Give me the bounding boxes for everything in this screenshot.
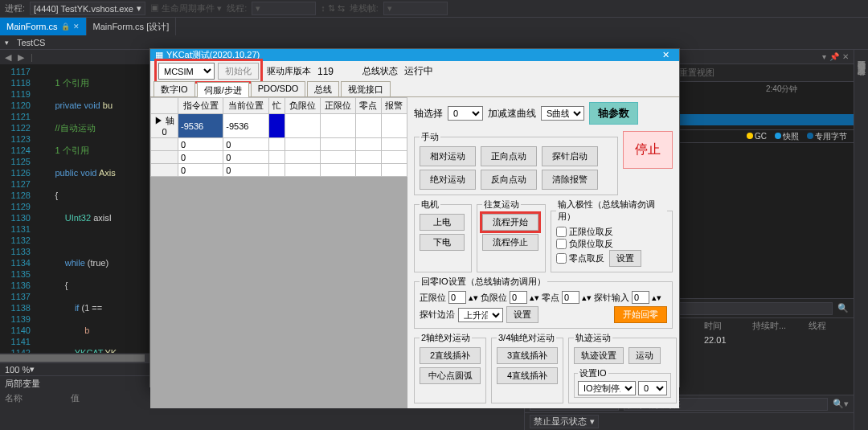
bus-status: 运行中	[404, 64, 433, 78]
bus-status-label: 总线状态	[362, 65, 398, 77]
polarity-legend: 输入极性（总线轴请勿调用）	[556, 199, 667, 223]
testcs-tab[interactable]: TestCS	[12, 38, 50, 47]
legend-gc: GC	[755, 132, 767, 141]
axis-param-button[interactable]: 轴参数	[589, 102, 638, 125]
table-row[interactable]: 00	[151, 164, 407, 177]
debug-toolbar: 进程: [4440] TestYK.vshost.exe ▾ ▣ 生命周期事件 …	[0, 0, 868, 18]
search-icon[interactable]: 🔍▾	[833, 399, 849, 409]
tab-mainform-cs[interactable]: MainForm.cs 🔒 ✕	[0, 18, 87, 35]
polarity-set-button[interactable]: 设置	[609, 250, 641, 267]
app-icon: ▦	[155, 50, 163, 60]
legend-snapshot: 快照	[783, 132, 799, 141]
home-set-button[interactable]: 设置	[506, 306, 538, 323]
traj-set-button[interactable]: 轨迹设置	[574, 347, 624, 364]
line3-button[interactable]: 3直线插补	[497, 347, 558, 364]
abs34-legend: 3/4轴绝对运动	[497, 332, 556, 344]
document-tabs: MainForm.cs 🔒 ✕ MainForm.cs [设计]	[0, 18, 868, 35]
tab-servo[interactable]: 伺服/步进	[197, 82, 249, 97]
stop-button[interactable]: 停止	[623, 131, 673, 169]
home-start-button[interactable]: 开始回零	[614, 306, 667, 323]
probe-edge-select[interactable]: 上升沿	[458, 308, 503, 322]
clear-alarm-button[interactable]: 清除报警	[542, 170, 598, 190]
dialog-title: YKCat测试(2020.10.27)	[166, 49, 260, 61]
jog-rev-button[interactable]: 反向点动	[481, 170, 537, 190]
chevron-down-icon: ▾	[387, 3, 392, 14]
flow-stop-button[interactable]: 流程停止	[482, 234, 538, 251]
zero-input[interactable]	[562, 291, 579, 304]
accel-label: 加减速曲线	[488, 107, 536, 121]
recip-legend: 往复运动	[482, 199, 521, 211]
power-on-button[interactable]: 上电	[420, 214, 465, 231]
zero-invert-check[interactable]: 零点取反	[556, 252, 604, 264]
thread-combo[interactable]: ▾	[252, 2, 316, 15]
motor-legend: 电机	[420, 199, 440, 211]
table-row[interactable]: 00	[151, 138, 407, 151]
tab-mainform-designer[interactable]: MainForm.cs [设计]	[87, 18, 177, 35]
suppress-combo[interactable]: 禁止显示状态 ▾	[530, 415, 599, 428]
rail-item-a[interactable]: 推动万能确匯器	[856, 53, 867, 56]
legend-bytes: 专用字节	[815, 132, 847, 141]
abs-move-button[interactable]: 绝对运动	[420, 170, 476, 190]
close-icon[interactable]: ✕	[842, 52, 849, 61]
drv-ver-label: 驱动库版本	[267, 65, 311, 77]
power-off-button[interactable]: 下电	[420, 234, 465, 251]
rel-move-button[interactable]: 相对运动	[420, 146, 476, 166]
search-icon[interactable]: 🔍	[837, 303, 849, 313]
accel-select[interactable]: S曲线	[541, 106, 584, 121]
io-val-select[interactable]: 0	[638, 381, 667, 395]
close-icon[interactable]: ✕	[657, 50, 674, 60]
home-io-legend: 回零IO设置（总线轴请勿调用）	[420, 276, 547, 288]
arc-button[interactable]: 中心点圆弧	[420, 367, 481, 384]
close-icon[interactable]: ✕	[73, 23, 80, 31]
thread-label: 线程:	[227, 2, 247, 14]
pos-limit-invert-check[interactable]: 正限位取反	[556, 226, 667, 238]
chevron-down-icon[interactable]: ▾	[5, 39, 9, 47]
neg-limit-invert-check[interactable]: 负限位取反	[556, 238, 667, 250]
rail-item-b[interactable]: 四心发展匯器	[856, 59, 867, 63]
tab-digital-io[interactable]: 数字IO	[154, 81, 195, 96]
line4-button[interactable]: 4直线插补	[497, 367, 558, 384]
pin-icon[interactable]: 🔒	[61, 23, 70, 31]
line2-button[interactable]: 2直线插补	[420, 347, 481, 364]
axis-select[interactable]: 0	[448, 106, 483, 121]
chevron-down-icon[interactable]: ▾	[822, 52, 826, 61]
pos-lim-input[interactable]	[448, 291, 466, 304]
stack-icons[interactable]: ↕ ⇅ ⇆	[321, 3, 345, 14]
neg-lim-input[interactable]	[510, 291, 527, 304]
io-set-legend: 设置IO	[578, 367, 608, 379]
suppress-bar: 禁止显示状态 ▾	[525, 412, 854, 430]
flow-start-button[interactable]: 流程开始	[482, 214, 538, 231]
device-combo[interactable]: MCSIM	[158, 63, 215, 80]
probe-start-button[interactable]: 探针启动	[542, 146, 598, 166]
traj-run-button[interactable]: 运动	[628, 347, 661, 364]
ykcat-tabs: 数字IO 伺服/步进 PDO/SDO 总线 视觉接口	[150, 81, 679, 97]
axis-grid[interactable]: 指令位置当前位置忙负限位正限位零点报警 ▶ 轴0 -9536 -9536 00 …	[150, 97, 407, 177]
tab-bus[interactable]: 总线	[307, 81, 339, 96]
nav-back-icon[interactable]: ◀	[5, 52, 11, 63]
line-gutter: 1117111811191120112111221123112411251126…	[0, 64, 35, 353]
right-rail: 推动万能确匯器 四心发展匯器	[854, 50, 868, 430]
process-combo[interactable]: [4440] TestYK.vshost.exe ▾	[30, 2, 145, 15]
chevron-down-icon: ▾	[137, 3, 141, 14]
tab-pdo[interactable]: PDO/SDO	[251, 81, 306, 96]
lifecycle-events[interactable]: ▣ 生命周期事件 ▾	[150, 2, 222, 14]
dialog-titlebar[interactable]: ▦ YKCat测试(2020.10.27) ✕	[150, 49, 679, 61]
nav-fwd-icon[interactable]: ▶	[18, 52, 24, 63]
stackframe-label: 堆栈帧:	[350, 2, 379, 14]
locals-title: 局部变量	[5, 378, 40, 390]
traj-legend: 轨迹运动	[574, 332, 612, 344]
probe-in-input[interactable]	[632, 291, 649, 304]
chevron-down-icon: ▾	[256, 3, 260, 14]
table-row[interactable]: 00	[151, 151, 407, 164]
locals-col-name: 名称	[5, 392, 23, 404]
pin-icon[interactable]: 📌	[829, 52, 839, 61]
table-row[interactable]: ▶ 轴0 -9536 -9536	[151, 114, 407, 138]
tab-vision[interactable]: 视觉接口	[341, 81, 391, 96]
jog-fwd-button[interactable]: 正向点动	[481, 146, 537, 166]
abs2-legend: 2轴绝对运动	[420, 332, 472, 344]
stackframe-combo[interactable]: ▾	[383, 2, 448, 15]
manual-legend: 手动	[420, 131, 440, 143]
io-ctrl-select[interactable]: IO控制停止	[578, 381, 636, 395]
process-label: 进程:	[5, 2, 25, 14]
init-button[interactable]: 初始化	[218, 63, 259, 80]
